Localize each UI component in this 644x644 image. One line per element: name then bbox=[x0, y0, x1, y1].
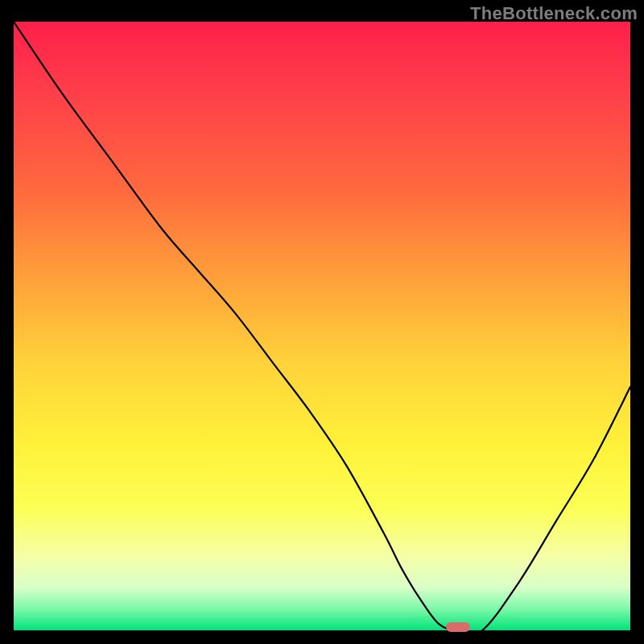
chart-frame: TheBottleneck.com bbox=[0, 0, 644, 644]
optimal-marker bbox=[446, 622, 470, 632]
plot-area bbox=[14, 22, 630, 630]
bottleneck-curve bbox=[14, 22, 630, 630]
